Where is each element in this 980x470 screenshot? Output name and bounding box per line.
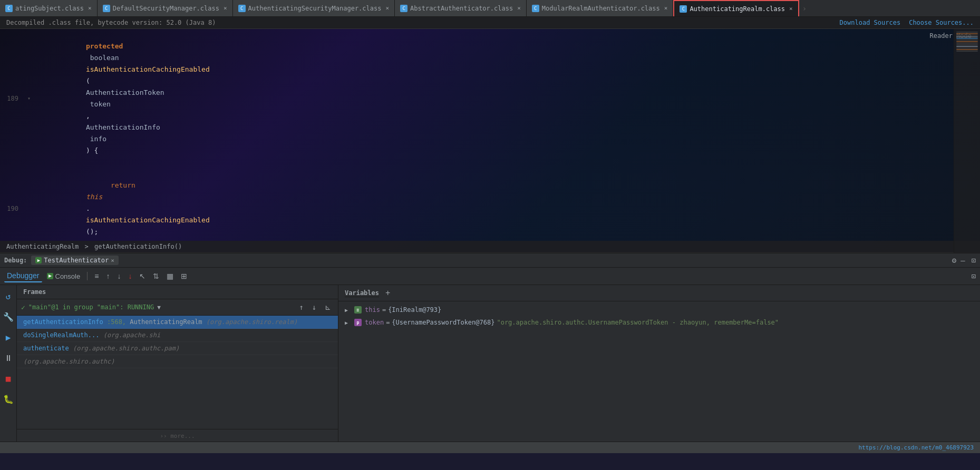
tab-close-6[interactable]: × — [789, 5, 793, 12]
code-line-190: 190 return this . isAuthenticationCachin… — [0, 168, 951, 249]
minimap-line-2 — [956, 33, 978, 34]
tab-abstract-authenticator[interactable]: C AbstractAuthenticator.class × — [395, 0, 527, 17]
frame-package-0: (org.apache.shiro.realm) — [206, 318, 297, 326]
frame-item-3[interactable]: (org.apache.shiro.authc) — [17, 355, 338, 368]
tab-icon-4: C — [400, 5, 407, 12]
minimap-line-8 — [956, 43, 978, 44]
panel-right-icon[interactable]: ⊡ — [972, 272, 976, 280]
code-line-189: 189 ▾ protected boolean isAuthentication… — [0, 29, 951, 168]
line-code-190: return this . isAuthenticationCachingEna… — [34, 168, 951, 249]
frames-toolbar: ✓ "main"@1 in group "main": RUNNING ▼ ↑ … — [17, 299, 338, 316]
tab-label-4: AbstractAuthenticator.class — [410, 5, 513, 12]
var-expand-this[interactable]: ▶ — [345, 307, 351, 313]
sidebar-wrench-icon[interactable]: 🔧 — [1, 310, 16, 324]
sidebar-play-icon[interactable]: ▶ — [4, 330, 13, 345]
thread-filter-btn[interactable]: ⊾ — [322, 301, 334, 313]
fold-arrow-189[interactable]: ▾ — [27, 93, 31, 104]
line-code-189[interactable]: protected boolean isAuthenticationCachin… — [34, 29, 951, 168]
kw-return: return — [111, 181, 140, 189]
tab-authenticating-subject[interactable]: C atingSubject.class × — [0, 0, 98, 17]
variables-panel: Variables + ▶ ≡ this = {IniRealm@793} — [338, 285, 980, 442]
tab-authenticating-realm[interactable]: C AuthenticatingRealm.class × — [673, 0, 799, 17]
minimap-line-6 — [956, 40, 978, 41]
comma: , — [86, 112, 94, 120]
session-close[interactable]: × — [111, 257, 114, 264]
code-editor: Reader Mode — [0, 29, 980, 253]
frame-method-1: doSingleRealmAuth... — [23, 331, 100, 339]
evaluate-expr[interactable]: ⇅ — [150, 270, 162, 282]
frame-item-2[interactable]: authenticate (org.apache.shiro.authc.pam… — [17, 342, 338, 355]
debug-toolbar: Debugger ▶ Console ≡ ↑ ↓ ↓ ↖ ⇅ ▦ ⊞ ⊡ — [0, 268, 980, 285]
minimap-line-5 — [956, 38, 978, 39]
tab-authenticating-security-manager[interactable]: C AuthenticatingSecurityManager.class × — [233, 0, 395, 17]
debug-panel: Debug: ▶ TestAuthenticator × ⚙ — ⊡ Debug… — [0, 253, 980, 453]
minimize-icon[interactable]: — — [960, 256, 965, 265]
sidebar-stop-icon[interactable]: ■ — [4, 371, 13, 386]
frames-panel: Frames ✓ "main"@1 in group "main": RUNNI… — [17, 285, 338, 442]
sidebar-bug-icon[interactable]: 🐛 — [1, 392, 16, 406]
tab-default-security-manager[interactable]: C DefaultSecurityManager.class × — [98, 0, 233, 17]
status-bar: https://blog.csdn.net/m0_46897923 — [0, 442, 980, 453]
tab-close-5[interactable]: × — [664, 5, 668, 12]
tab-close-2[interactable]: × — [224, 5, 227, 12]
add-variable-button[interactable]: + — [383, 288, 392, 298]
var-icon-this: ≡ — [354, 306, 362, 314]
variables-list: ▶ ≡ this = {IniRealm@793} ▶ p — [338, 301, 980, 442]
minimap-line-4 — [956, 36, 978, 37]
thread-down-btn[interactable]: ↓ — [309, 301, 319, 313]
minimap-line-7 — [956, 41, 978, 42]
var-name-token: token — [365, 319, 384, 326]
type-token: AuthenticationToken — [86, 89, 164, 96]
frame-class-0: AuthenticatingRealm — [130, 318, 206, 326]
step-over-button[interactable]: ↑ — [103, 270, 112, 282]
download-sources-link[interactable]: Download Sources — [840, 19, 901, 26]
tab-modular-realm-authenticator[interactable]: C ModularRealmAuthenticator.class × — [527, 0, 674, 17]
console-icon: ▶ — [47, 273, 53, 279]
sidebar-refresh-icon[interactable]: ↺ — [4, 289, 13, 303]
debug-label: Debug: — [4, 257, 27, 264]
maximize-icon[interactable]: ⊡ — [972, 256, 976, 265]
debugger-tab-button[interactable]: Debugger — [4, 270, 42, 282]
tab-close-3[interactable]: × — [385, 5, 389, 12]
debug-sidebar: ↺ 🔧 ▶ ⏸ ■ 🐛 — [0, 285, 17, 442]
frames-more: ›› more... — [17, 429, 338, 442]
choose-sources-link[interactable]: Choose Sources... — [909, 19, 974, 26]
var-content-token: token = {UsernamePasswordToken@768} "org… — [365, 319, 779, 326]
status-url[interactable]: https://blog.csdn.net/m0_46897923 — [858, 444, 974, 451]
step-out-button[interactable]: ↓ — [125, 270, 134, 282]
frame-item-0[interactable]: getAuthenticationInfo :568, Authenticati… — [17, 316, 338, 329]
tab-icon-6: C — [680, 5, 687, 13]
sidebar-pause-icon[interactable]: ⏸ — [2, 351, 15, 365]
thread-dropdown-arrow[interactable]: ▼ — [157, 304, 161, 311]
tab-chevron-right[interactable]: › — [799, 4, 810, 13]
tab-close-1[interactable]: × — [88, 5, 92, 12]
line-number-190: 190 — [0, 203, 24, 214]
trace-current-btn[interactable]: ▦ — [164, 270, 176, 282]
fn-is-caching: isAuthenticationCachingEnabled — [86, 216, 210, 224]
console-tab-button[interactable]: ▶ Console — [44, 271, 83, 282]
thread-up-btn[interactable]: ↑ — [296, 301, 306, 313]
toolbar-divider — [87, 272, 88, 280]
tab-label-6: AuthenticatingRealm.class — [690, 5, 785, 13]
frame-package-2: (org.apache.shiro.authc.pam) — [73, 345, 179, 352]
var-item-this[interactable]: ▶ ≡ this = {IniRealm@793} — [338, 303, 980, 316]
settings-btn2[interactable]: ⊞ — [178, 270, 190, 282]
tab-bar: C atingSubject.class × C DefaultSecurity… — [0, 0, 980, 17]
run-to-cursor[interactable]: ↖ — [137, 270, 148, 282]
tab-close-4[interactable]: × — [517, 5, 521, 12]
frames-list: getAuthenticationInfo :568, Authenticati… — [17, 316, 338, 429]
paren-open: ( — [86, 77, 90, 85]
param-info: info — [86, 135, 106, 143]
thread-checkmark: ✓ — [21, 303, 25, 311]
gear-icon[interactable]: ⚙ — [952, 256, 956, 265]
minimap-line-12 — [956, 49, 978, 50]
tab-label-5: ModularRealmAuthenticator.class — [542, 5, 660, 12]
restore-button[interactable]: ≡ — [92, 270, 101, 282]
step-into-button[interactable]: ↓ — [114, 270, 123, 282]
frame-item-1[interactable]: doSingleRealmAuth... (org.apache.shi — [17, 329, 338, 342]
var-item-token[interactable]: ▶ p token = {UsernamePasswordToken@768} … — [338, 316, 980, 329]
var-expand-token[interactable]: ▶ — [345, 320, 351, 326]
var-content-this: this = {IniRealm@793} — [365, 306, 441, 314]
debug-session-tab[interactable]: ▶ TestAuthenticator × — [31, 256, 118, 265]
fn-name: isAuthenticationCachingEnabled — [86, 65, 210, 73]
